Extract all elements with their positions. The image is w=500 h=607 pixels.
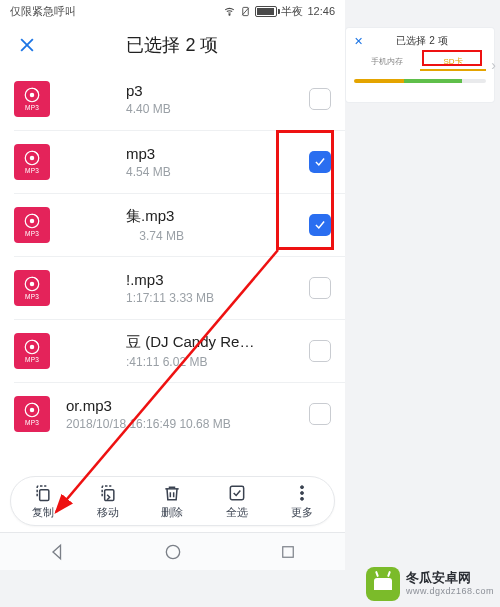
delete-button[interactable]: 删除: [161, 483, 183, 520]
no-sim-icon: [240, 5, 251, 18]
select-all-label: 全选: [226, 505, 248, 520]
file-row[interactable]: MP3豆 (DJ Candy Remix).m…:41:11 6.02 MB: [0, 320, 345, 382]
title-bar: 已选择 2 项: [0, 22, 345, 68]
watermark-url: www.dgxdz168.com: [406, 586, 494, 596]
inset-annotation-box: [422, 50, 482, 66]
select-all-icon: [227, 483, 247, 503]
svg-rect-24: [283, 546, 294, 557]
mp3-file-icon: MP3: [14, 333, 50, 369]
inset-tab-phone: 手机内存: [354, 54, 420, 71]
page-title: 已选择 2 项: [12, 33, 333, 57]
nav-back-icon[interactable]: [48, 542, 68, 562]
svg-line-2: [243, 7, 249, 14]
inset-preview: ✕ 已选择 2 项 手机内存 SD卡 ›: [346, 28, 494, 102]
status-time: 12:46: [307, 5, 335, 17]
phone-frame: 仅限紧急呼叫 半夜12:46 已选择 2 项 MP3p34.40 MBMP3mp…: [0, 0, 345, 570]
status-time-prefix: 半夜: [281, 4, 303, 19]
svg-rect-17: [40, 489, 49, 500]
status-bar: 仅限紧急呼叫 半夜12:46: [0, 0, 345, 22]
more-button[interactable]: 更多: [291, 483, 313, 520]
file-name: 集.mp3: [126, 207, 266, 226]
svg-point-6: [30, 94, 33, 97]
file-checkbox[interactable]: [309, 88, 331, 110]
file-name: or.mp3: [66, 397, 266, 414]
file-meta: 3.74 MB: [126, 229, 301, 243]
file-row[interactable]: MP3!.mp31:17:11 3.33 MB: [0, 257, 345, 319]
file-name: 豆 (DJ Candy Remix).m…: [126, 333, 266, 352]
watermark-android-icon: [366, 567, 400, 601]
nav-recent-icon[interactable]: [279, 543, 297, 561]
system-nav-bar: [0, 532, 345, 570]
file-checkbox[interactable]: [309, 214, 331, 236]
copy-button[interactable]: 复制: [32, 483, 54, 520]
file-checkbox[interactable]: [309, 403, 331, 425]
file-row[interactable]: MP3p34.40 MB: [0, 68, 345, 130]
more-icon: [292, 483, 312, 503]
svg-point-20: [300, 485, 303, 488]
mp3-file-icon: MP3: [14, 207, 50, 243]
copy-icon: [33, 483, 53, 503]
svg-point-8: [30, 157, 33, 160]
move-button[interactable]: 移动: [97, 483, 119, 520]
svg-point-22: [300, 497, 303, 500]
file-checkbox[interactable]: [309, 340, 331, 362]
mp3-file-icon: MP3: [14, 396, 50, 432]
file-meta: 4.54 MB: [126, 165, 301, 179]
svg-point-0: [229, 14, 230, 15]
file-meta: 2018/10/18 16:16:49 10.68 MB: [66, 417, 301, 431]
file-row[interactable]: MP3mp34.54 MB: [0, 131, 345, 193]
wifi-icon: [223, 5, 236, 18]
file-name: p3: [126, 82, 266, 99]
move-icon: [98, 483, 118, 503]
svg-point-14: [30, 346, 33, 349]
svg-point-16: [30, 409, 33, 412]
file-row[interactable]: MP3集.mp3 3.74 MB: [0, 194, 345, 256]
file-checkbox[interactable]: [309, 151, 331, 173]
file-checkbox[interactable]: [309, 277, 331, 299]
svg-point-10: [30, 220, 33, 223]
mp3-file-icon: MP3: [14, 270, 50, 306]
mp3-file-icon: MP3: [14, 144, 50, 180]
action-bar: 复制 移动 删除 全选 更多: [10, 476, 335, 526]
watermark-title: 冬瓜安卓网: [406, 571, 494, 586]
file-meta: 4.40 MB: [126, 102, 301, 116]
mp3-file-icon: MP3: [14, 81, 50, 117]
svg-point-23: [167, 545, 180, 558]
watermark: 冬瓜安卓网 www.dgxdz168.com: [366, 567, 494, 601]
copy-label: 复制: [32, 505, 54, 520]
inset-title: 已选择 2 项: [358, 34, 486, 48]
file-row[interactable]: MP3or.mp32018/10/18 16:16:49 10.68 MB: [0, 383, 345, 445]
svg-point-21: [300, 491, 303, 494]
nav-home-icon[interactable]: [163, 542, 183, 562]
select-all-button[interactable]: 全选: [226, 483, 248, 520]
svg-point-12: [30, 283, 33, 286]
delete-label: 删除: [161, 505, 183, 520]
inset-storage-bar: [354, 79, 486, 83]
file-name: !.mp3: [126, 271, 266, 288]
trash-icon: [162, 483, 182, 503]
file-meta: 1:17:11 3.33 MB: [126, 291, 301, 305]
file-name: mp3: [126, 145, 266, 162]
battery-icon: [255, 6, 277, 17]
status-left-text: 仅限紧急呼叫: [10, 4, 76, 19]
svg-rect-19: [230, 486, 243, 499]
more-label: 更多: [291, 505, 313, 520]
svg-rect-18: [105, 489, 114, 500]
file-meta: :41:11 6.02 MB: [126, 355, 301, 369]
move-label: 移动: [97, 505, 119, 520]
inset-chevron-right-icon: ›: [491, 57, 496, 73]
